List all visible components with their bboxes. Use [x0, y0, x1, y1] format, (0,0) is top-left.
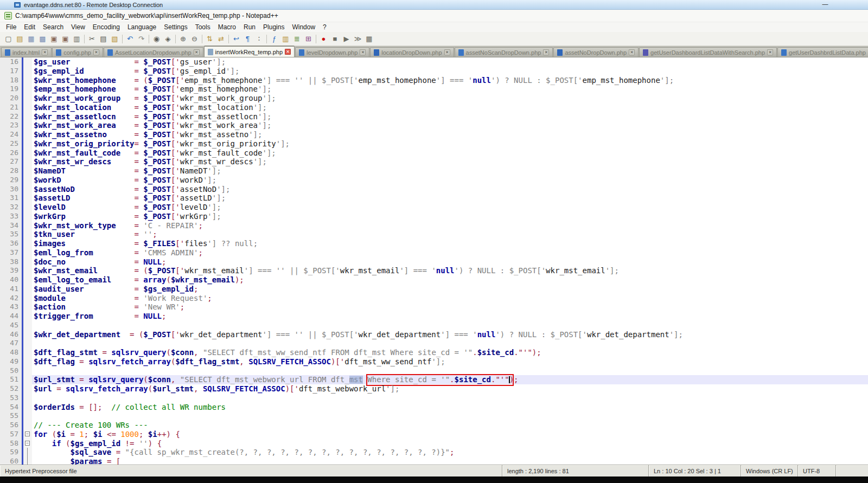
fold-margin[interactable] — [24, 121, 32, 130]
code-text[interactable] — [32, 411, 868, 421]
save-icon[interactable]: ▦ — [25, 33, 37, 44]
code-line-51[interactable]: 51$url_stmt = sqlsrv_query($conn, "SELEC… — [0, 375, 868, 384]
fold-margin[interactable] — [24, 103, 32, 112]
tab-close-icon[interactable]: ✕ — [444, 49, 450, 55]
code-text[interactable]: $tkn_user = ''; — [32, 230, 868, 239]
fold-margin[interactable] — [24, 457, 32, 465]
code-line-41[interactable]: 41$audit_user = $gs_empl_id; — [0, 285, 868, 294]
fold-margin[interactable] — [24, 185, 32, 194]
menu-item-file[interactable]: File — [2, 23, 20, 31]
menu-item-settings[interactable]: Settings — [160, 23, 191, 31]
macro-stop-icon[interactable]: ■ — [329, 33, 341, 44]
sync-vertical-icon[interactable]: ⇅ — [204, 33, 215, 44]
code-line-42[interactable]: 42$module = 'Work Request'; — [0, 294, 868, 303]
fold-margin[interactable] — [24, 248, 32, 257]
fold-collapse-icon[interactable]: − — [25, 432, 30, 436]
macro-record-icon[interactable]: ● — [318, 33, 329, 44]
document-map-icon[interactable]: ▥ — [280, 33, 291, 44]
code-line-48[interactable]: 48$dft_flag_stmt = sqlsrv_query($conn, "… — [0, 348, 868, 357]
tab-config-php[interactable]: config.php✕ — [52, 47, 103, 57]
code-line-23[interactable]: 23$wkr_mst_work_area = $_POST['wkr_mst_w… — [0, 121, 868, 130]
code-line-38[interactable]: 38$doc_no = NULL; — [0, 257, 868, 267]
menu-item-encoding[interactable]: Encoding — [89, 23, 124, 31]
code-text[interactable]: $url_stmt = sqlsrv_query($conn, "SELECT … — [32, 375, 868, 384]
code-line-45[interactable]: 45 — [0, 321, 868, 330]
menu-item-window[interactable]: Window — [288, 23, 319, 31]
word-wrap-icon[interactable]: ↩ — [231, 33, 242, 44]
code-text[interactable]: $action = 'New WR'; — [32, 302, 868, 312]
tab-close-icon[interactable]: ✕ — [543, 49, 549, 55]
close-all-icon[interactable]: ▣ — [60, 33, 71, 44]
menu-item-[interactable]: ? — [319, 23, 330, 31]
fold-margin[interactable] — [24, 157, 32, 166]
fold-margin[interactable] — [24, 257, 32, 267]
fold-margin[interactable] — [24, 294, 32, 303]
code-line-16[interactable]: 16$gs_user = $_POST['gs_user']; — [0, 57, 868, 67]
tab-getuserdashboardlistdatawithsearch-php[interactable]: getUserDashboardListDataWithSearch.php✕ — [639, 47, 777, 57]
fold-margin[interactable] — [24, 302, 32, 312]
code-line-40[interactable]: 40$eml_log_to_email = array($wkr_mst_ema… — [0, 275, 868, 285]
code-line-22[interactable]: 22$wkr_mst_assetlocn = $_POST['wkr_mst_a… — [0, 112, 868, 121]
fold-margin[interactable] — [24, 112, 32, 121]
menu-item-plugins[interactable]: Plugins — [259, 23, 288, 31]
code-text[interactable]: $wkr_mst_fault_code = $_POST['wkr_mst_fa… — [32, 149, 868, 158]
tab-index-html[interactable]: index.html✕ — [1, 47, 52, 57]
code-text[interactable]: $emp_mst_homephone = $_POST['emp_mst_hom… — [32, 85, 868, 94]
zoom-in-icon[interactable]: ⊕ — [177, 33, 189, 44]
code-text[interactable]: $NameDT = $_POST['NameDT']; — [32, 166, 868, 176]
fold-collapse-icon[interactable]: − — [25, 441, 30, 446]
code-line-52[interactable]: 52$url = sqlsrv_fetch_array($url_stmt, S… — [0, 384, 868, 394]
code-text[interactable]: $workD = $_POST['workD']; — [32, 176, 868, 185]
code-text[interactable]: $sql_save = "{call sp_wkr_mst_create(?, … — [32, 448, 868, 457]
close-icon[interactable]: ▣ — [48, 33, 60, 44]
code-line-54[interactable]: 54$orderIds = []; // collect all WR numb… — [0, 403, 868, 412]
code-text[interactable]: $wkr_mst_assetno = $_POST['wkr_mst_asset… — [32, 130, 868, 139]
code-text[interactable]: $audit_user = $gs_empl_id; — [32, 285, 868, 294]
code-line-30[interactable]: 30$assetNoD = $_POST['assetNoD']; — [0, 185, 868, 194]
find-icon[interactable]: ◉ — [151, 33, 162, 44]
tab-leveldropdown-php[interactable]: levelDropdown.php✕ — [295, 47, 369, 57]
fold-margin[interactable] — [24, 130, 32, 139]
code-line-25[interactable]: 25$wkr_mst_orig_priority= $_POST['wkr_ms… — [0, 139, 868, 149]
code-text[interactable]: $wkr_mst_homephone = ($_POST['emp_mst_ho… — [32, 76, 868, 85]
tab-close-icon[interactable]: ✕ — [767, 49, 773, 55]
code-line-47[interactable]: 47 — [0, 339, 868, 348]
fold-margin[interactable] — [24, 375, 32, 384]
menu-item-edit[interactable]: Edit — [20, 23, 39, 31]
code-text[interactable]: $wkr_mst_wr_descs = $_POST['wkr_mst_wr_d… — [32, 157, 868, 166]
fold-margin[interactable] — [24, 357, 32, 366]
code-text[interactable]: $orderIds = []; // collect all WR number… — [32, 403, 868, 412]
open-file-icon[interactable]: ▤ — [14, 33, 25, 44]
code-line-33[interactable]: 33$wrkGrp = $_POST['wrkGrp']; — [0, 212, 868, 221]
code-line-18[interactable]: 18$wkr_mst_homephone = ($_POST['emp_mst_… — [0, 76, 868, 85]
status-eol-format[interactable]: Windows (CR LF) — [741, 465, 797, 476]
fold-margin[interactable] — [24, 403, 32, 412]
code-text[interactable]: $wkr_mst_work_area = $_POST['wkr_mst_wor… — [32, 121, 868, 130]
tab-close-icon[interactable]: ✕ — [629, 49, 635, 55]
code-line-59[interactable]: 59 $sql_save = "{call sp_wkr_mst_create(… — [0, 448, 868, 457]
indent-guide-icon[interactable]: ∶ — [253, 33, 265, 44]
status-encoding[interactable]: UTF-8 — [797, 465, 835, 476]
macro-run-multiple-icon[interactable]: ≫ — [352, 33, 363, 44]
code-line-35[interactable]: 35$tkn_user = ''; — [0, 230, 868, 239]
menu-item-macro[interactable]: Macro — [214, 23, 240, 31]
code-text[interactable]: $images = $_FILES['files'] ?? null; — [32, 239, 868, 248]
code-text[interactable]: $gs_user = $_POST['gs_user']; — [32, 57, 868, 67]
code-text[interactable]: $assetNoD = $_POST['assetNoD']; — [32, 185, 868, 194]
code-line-26[interactable]: 26$wkr_mst_fault_code = $_POST['wkr_mst_… — [0, 149, 868, 158]
fold-margin[interactable] — [24, 275, 32, 285]
code-text[interactable]: $eml_log_to_email = array($wkr_mst_email… — [32, 275, 868, 285]
fold-margin[interactable] — [24, 239, 32, 248]
code-line-19[interactable]: 19$emp_mst_homephone = $_POST['emp_mst_h… — [0, 85, 868, 94]
code-text[interactable]: $wkr_mst_work_group = $_POST['wkr_mst_wo… — [32, 94, 868, 103]
fold-margin[interactable] — [24, 330, 32, 339]
print-icon[interactable]: ▥ — [71, 33, 82, 44]
save-all-icon[interactable]: ▩ — [37, 33, 48, 44]
code-line-56[interactable]: 56// --- Create 100 WRs --- — [0, 421, 868, 430]
fold-margin[interactable] — [24, 166, 32, 176]
code-text[interactable]: $params = [ — [32, 457, 868, 465]
code-text[interactable]: $dft_flag_stmt = sqlsrv_query($conn, "SE… — [32, 348, 868, 357]
fold-margin[interactable] — [24, 76, 32, 85]
menu-item-tools[interactable]: Tools — [192, 23, 214, 31]
code-text[interactable]: $doc_no = NULL; — [32, 257, 868, 267]
